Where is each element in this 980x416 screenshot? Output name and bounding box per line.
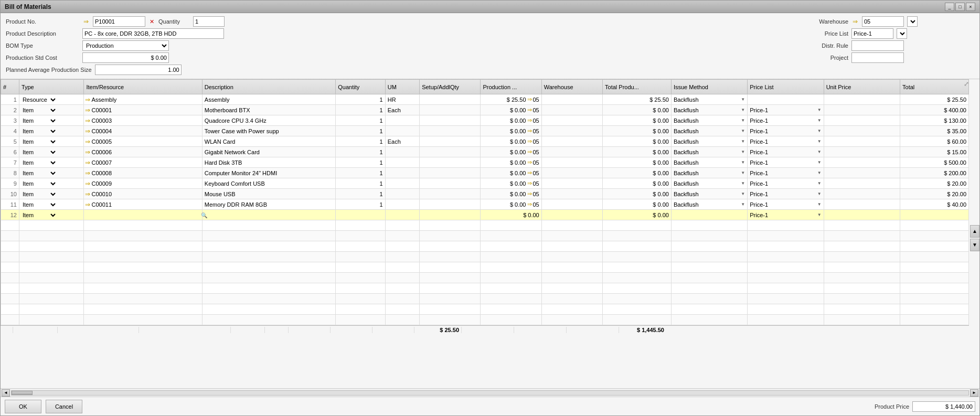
scroll-up-button[interactable]: ▲: [970, 225, 979, 238]
cell-pricelist[interactable]: Price-1▼: [748, 189, 824, 199]
col-header-pricelist[interactable]: Price List: [748, 80, 824, 94]
col-header-type[interactable]: Type: [19, 80, 84, 94]
scroll-right-button[interactable]: ►: [970, 389, 978, 397]
issue-dropdown-icon[interactable]: ▼: [741, 150, 745, 154]
pricelist-dropdown-icon[interactable]: ▼: [817, 202, 822, 207]
cell-type[interactable]: Item: [19, 210, 84, 220]
cell-type[interactable]: Item: [19, 126, 84, 136]
cell-issue[interactable]: Backflush▼: [671, 105, 747, 115]
scroll-thumb-h[interactable]: [12, 391, 33, 395]
type-select[interactable]: Item: [20, 117, 57, 124]
col-header-prod[interactable]: Production ...: [481, 80, 541, 94]
price-list-dropdown[interactable]: ▼: [897, 28, 907, 39]
cell-issue[interactable]: Backflush▼: [671, 94, 747, 105]
col-header-item[interactable]: Item/Resource: [84, 80, 202, 94]
cell-pricelist[interactable]: Price-1▼: [748, 178, 824, 189]
quantity-input[interactable]: [193, 16, 225, 27]
cell-pricelist[interactable]: Price-1▼: [748, 157, 824, 168]
col-header-desc[interactable]: Description: [202, 80, 335, 94]
cell-type[interactable]: Item: [19, 147, 84, 157]
table-scroll[interactable]: # Type Item/Resource Description Quantit…: [1, 79, 969, 388]
issue-dropdown-icon[interactable]: ▼: [741, 118, 745, 123]
cell-pricelist[interactable]: Price-1▼: [748, 199, 824, 210]
type-select[interactable]: Item: [20, 211, 57, 219]
product-no-input[interactable]: [93, 16, 145, 27]
pricelist-dropdown-icon[interactable]: ▼: [817, 139, 822, 144]
scroll-down-button[interactable]: ▼: [970, 239, 979, 251]
cell-pricelist[interactable]: Price-1▼: [748, 147, 824, 157]
issue-dropdown-icon[interactable]: ▼: [741, 160, 745, 165]
col-header-total[interactable]: Total: [900, 80, 969, 94]
type-select[interactable]: Item: [20, 138, 57, 145]
cell-pricelist[interactable]: Price-1▼: [748, 210, 824, 220]
scroll-track-h[interactable]: [11, 390, 969, 396]
pricelist-dropdown-icon[interactable]: ▼: [817, 150, 822, 154]
issue-dropdown-icon[interactable]: ▼: [741, 191, 745, 196]
issue-dropdown-icon[interactable]: ▼: [741, 170, 745, 175]
planned-avg-input[interactable]: [95, 65, 182, 75]
pricelist-dropdown-icon[interactable]: ▼: [817, 160, 822, 165]
cell-issue[interactable]: [671, 210, 747, 220]
cell-issue[interactable]: Backflush▼: [671, 157, 747, 168]
type-select[interactable]: Item: [20, 148, 57, 156]
type-select[interactable]: Item: [20, 127, 57, 135]
ok-button[interactable]: OK: [5, 400, 41, 413]
cell-issue[interactable]: Backflush▼: [671, 189, 747, 199]
issue-dropdown-icon[interactable]: ▼: [741, 97, 745, 102]
scroll-left-button[interactable]: ◄: [2, 389, 10, 397]
pricelist-dropdown-icon[interactable]: ▼: [817, 181, 822, 186]
cell-issue[interactable]: Backflush▼: [671, 178, 747, 189]
col-header-setup[interactable]: Setup/AddlQty: [420, 80, 481, 94]
cell-type[interactable]: Item: [19, 136, 84, 147]
type-select[interactable]: Item: [20, 190, 57, 198]
type-select[interactable]: Item: [20, 201, 57, 208]
price-list-input[interactable]: [851, 28, 893, 39]
cell-pricelist[interactable]: Price-1▼: [748, 168, 824, 178]
cell-type[interactable]: Item: [19, 178, 84, 189]
cell-type[interactable]: Resource: [19, 94, 84, 105]
item-search-icon[interactable]: 🔍: [201, 212, 207, 218]
col-header-unitprice[interactable]: Unit Price: [824, 80, 900, 94]
col-header-um[interactable]: UM: [385, 80, 419, 94]
cell-type[interactable]: Item: [19, 189, 84, 199]
issue-dropdown-icon[interactable]: ▼: [741, 129, 745, 133]
cell-type[interactable]: Item: [19, 105, 84, 115]
clear-product-icon[interactable]: ✕: [150, 18, 154, 25]
cell-issue[interactable]: Backflush▼: [671, 115, 747, 126]
pricelist-dropdown-icon[interactable]: ▼: [817, 191, 822, 196]
horizontal-scrollbar[interactable]: ◄ ►: [1, 388, 979, 397]
col-header-wh[interactable]: Warehouse: [541, 80, 602, 94]
type-select[interactable]: Item: [20, 180, 57, 187]
issue-dropdown-icon[interactable]: ▼: [741, 181, 745, 186]
project-input[interactable]: [851, 52, 904, 63]
cell-type[interactable]: Item: [19, 157, 84, 168]
cell-issue[interactable]: Backflush▼: [671, 168, 747, 178]
pricelist-dropdown-icon[interactable]: ▼: [817, 170, 822, 175]
cell-issue[interactable]: Backflush▼: [671, 136, 747, 147]
pricelist-dropdown-icon[interactable]: ▼: [817, 118, 822, 123]
col-header-totalprod[interactable]: Total Produ...: [603, 80, 672, 94]
pricelist-dropdown-icon[interactable]: ▼: [817, 129, 822, 133]
warehouse-input[interactable]: [862, 16, 904, 27]
pricelist-dropdown-icon[interactable]: ▼: [817, 212, 822, 217]
cell-type[interactable]: Item: [19, 168, 84, 178]
close-button[interactable]: ×: [966, 3, 975, 11]
bom-type-select[interactable]: Production: [82, 40, 169, 51]
type-select[interactable]: Item: [20, 169, 57, 177]
minimize-button[interactable]: _: [945, 3, 954, 11]
product-desc-input[interactable]: [82, 28, 224, 39]
cell-pricelist[interactable]: Price-1▼: [748, 105, 824, 115]
distr-rule-input[interactable]: [851, 40, 904, 51]
col-header-qty[interactable]: Quantity: [336, 80, 386, 94]
issue-dropdown-icon[interactable]: ▼: [741, 139, 745, 144]
cell-pricelist[interactable]: Price-1▼: [748, 126, 824, 136]
cell-issue[interactable]: Backflush▼: [671, 147, 747, 157]
issue-dropdown-icon[interactable]: ▼: [741, 108, 745, 112]
type-select[interactable]: Item: [20, 159, 57, 166]
warehouse-dropdown[interactable]: ▼: [907, 16, 918, 27]
cell-pricelist[interactable]: Price-1▼: [748, 115, 824, 126]
cell-type[interactable]: Item: [19, 199, 84, 210]
type-select[interactable]: Resource: [20, 96, 57, 103]
new-item-input[interactable]: [85, 212, 200, 218]
cell-issue[interactable]: Backflush▼: [671, 126, 747, 136]
